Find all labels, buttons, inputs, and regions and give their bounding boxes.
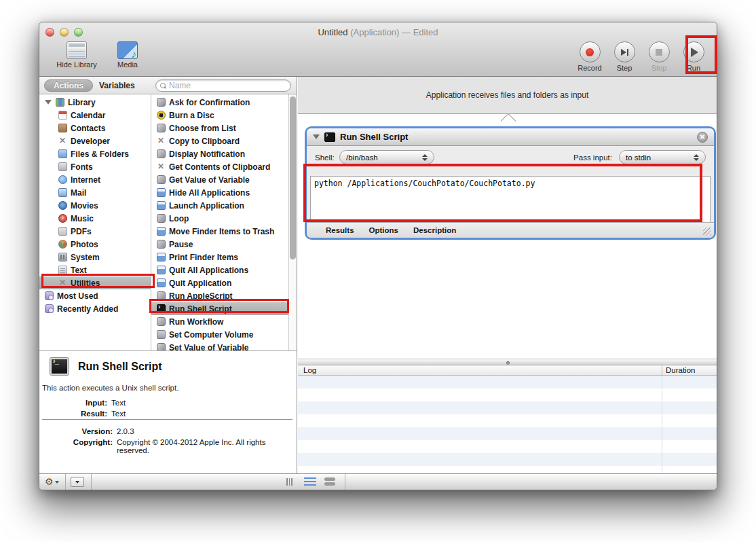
info-copyright-row: Copyright: Copyright © 2004-2012 Apple I… (39, 438, 286, 454)
disclosure-triangle-icon[interactable] (313, 134, 320, 139)
sidebar-item[interactable]: Library (39, 96, 151, 109)
media-button[interactable]: Media (113, 41, 143, 69)
log-row (298, 466, 717, 473)
shell-popup[interactable]: /bin/bash (339, 150, 434, 164)
action-list-item[interactable]: Get Value of Variable (151, 173, 288, 186)
sidebar-item[interactable]: Contacts (39, 122, 151, 134)
hide-library-button[interactable]: Hide Library (50, 41, 103, 69)
action-list-item[interactable]: Run Workflow (151, 315, 288, 328)
search-input[interactable] (169, 81, 286, 90)
sidebar-item[interactable]: Internet (39, 173, 151, 186)
toggle-panel-button[interactable] (71, 477, 84, 487)
action-list-item[interactable]: Loop (151, 212, 288, 225)
action-list-item[interactable]: Ask for Confirmation (151, 96, 288, 109)
sidebar-item[interactable]: Developer (39, 134, 151, 147)
photos-icon (58, 240, 67, 249)
log-compact-view-button[interactable] (324, 477, 335, 486)
action-menu-button[interactable]: ⚙ (45, 475, 59, 488)
column-divider[interactable] (662, 365, 662, 375)
contacts-icon (58, 124, 67, 132)
stop-button: Stop (645, 41, 673, 72)
sidebar-item[interactable]: Recently Added (39, 302, 151, 315)
sidebar-item[interactable]: Mail (39, 186, 151, 199)
divider (345, 474, 345, 490)
action-item-label: Get Value of Variable (169, 175, 250, 185)
log-column-header[interactable]: Log (303, 366, 316, 374)
sidebar-item-label: Text (71, 266, 87, 275)
stop-label: Stop (651, 64, 667, 72)
calendar-icon (58, 111, 67, 120)
action-list-item[interactable]: Hide All Applications (151, 186, 288, 199)
result-label: Result: (39, 410, 107, 418)
sidebar-item-label: System (71, 253, 100, 262)
sidebar-item-label: Files & Folders (71, 149, 129, 159)
sidebar-item[interactable]: Most Used (39, 289, 151, 302)
sidebar-item[interactable]: Photos (39, 238, 151, 251)
volume-icon (157, 330, 166, 339)
sidebar-item[interactable]: Fonts (39, 160, 151, 173)
media-label: Media (117, 60, 138, 69)
resize-grip[interactable] (703, 228, 711, 236)
run-shell-script-block: Run Shell Script ✕ Shell: /bin/bash Pass… (305, 126, 716, 240)
input-header-text: Application receives files and folders a… (426, 90, 588, 100)
action-list-item[interactable]: Set Computer Volume (151, 328, 288, 341)
action-list-item[interactable]: Quit Application (151, 276, 288, 289)
app-blue-icon (157, 253, 166, 261)
sidebar-item[interactable]: Movies (39, 199, 151, 212)
sidebar-item[interactable]: Calendar (39, 109, 151, 122)
step-button[interactable]: Step (611, 41, 638, 72)
log-splitter[interactable] (298, 359, 717, 365)
action-list-item[interactable]: Run Shell Script (151, 302, 288, 315)
sidebar-item[interactable]: Utilities (39, 276, 151, 289)
run-button[interactable]: Run (680, 41, 707, 72)
filter-row: Actions Variables (39, 77, 297, 94)
sidebar-item[interactable]: Music (39, 212, 151, 225)
info-version-row: Version: 2.0.3 (39, 427, 286, 435)
duration-column-header[interactable]: Duration (666, 366, 695, 374)
action-list-item[interactable]: Choose from List (151, 122, 288, 134)
tab-description[interactable]: Description (413, 226, 456, 234)
files-icon (58, 149, 67, 158)
action-list-item[interactable]: Quit All Applications (151, 264, 288, 276)
action-list-item[interactable]: Move Finder Items to Trash (151, 225, 288, 238)
result-value: Text (111, 410, 281, 418)
tab-results[interactable]: Results (326, 226, 354, 234)
scrollbar-thumb[interactable] (290, 96, 296, 259)
run-icon (683, 41, 704, 62)
sidebar-item[interactable]: Text (39, 264, 151, 276)
action-list-item[interactable]: Display Notification (151, 147, 288, 160)
mail-icon (58, 188, 67, 197)
sidebar-item[interactable]: Files & Folders (39, 147, 151, 160)
sidebar-item[interactable]: System (39, 251, 151, 264)
record-button[interactable]: Record (576, 41, 603, 72)
smart-folder-icon (45, 291, 54, 300)
action-list-scrollbar[interactable] (289, 94, 297, 350)
search-field[interactable] (155, 79, 291, 92)
log-list-view-button[interactable] (304, 477, 316, 486)
action-item-label: Loop (169, 214, 189, 223)
close-action-button[interactable]: ✕ (697, 132, 708, 143)
shell-value: /bin/bash (346, 153, 378, 162)
action-item-label: Set Value of Variable (169, 343, 248, 351)
action-list-item[interactable]: Burn a Disc (151, 109, 288, 122)
action-list-item[interactable]: Set Value of Variable (151, 341, 288, 350)
window-body: Actions Variables Libra (39, 77, 717, 473)
action-list-item[interactable]: Run AppleScript (151, 289, 288, 302)
column-drag-handle[interactable] (286, 478, 292, 486)
sidebar-item[interactable]: PDFs (39, 225, 151, 238)
action-list-item[interactable]: Copy to Clipboard (151, 134, 288, 147)
action-list-item[interactable]: Launch Application (151, 199, 288, 212)
record-label: Record (578, 64, 601, 72)
action-block-header[interactable]: Run Shell Script ✕ (307, 128, 714, 146)
action-list-item[interactable]: Pause (151, 238, 288, 251)
tab-options[interactable]: Options (369, 226, 398, 234)
pass-input-popup[interactable]: to stdin (619, 150, 706, 164)
action-item-label: Ask for Confirmation (169, 98, 250, 107)
terminal-icon (157, 304, 166, 313)
media-icon (117, 41, 138, 59)
tab-actions[interactable]: Actions (44, 79, 93, 92)
action-list-item[interactable]: Print Finder Items (151, 251, 288, 264)
movies-icon (58, 201, 67, 210)
action-list-item[interactable]: Get Contents of Clipboard (151, 160, 288, 173)
tab-variables[interactable]: Variables (99, 81, 135, 90)
